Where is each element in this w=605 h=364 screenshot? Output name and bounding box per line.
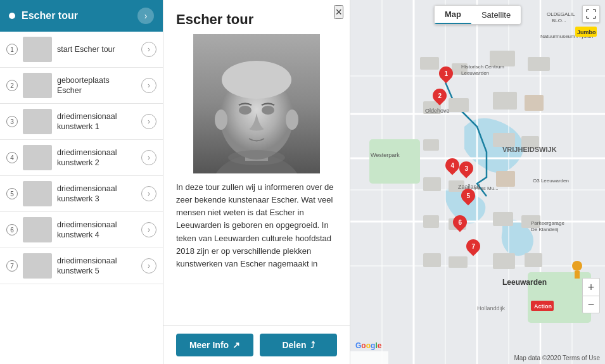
sidebar-item-arrow-4: ›: [141, 150, 156, 165]
svg-text:Westerpark: Westerpark: [371, 152, 400, 158]
svg-rect-46: [449, 256, 468, 268]
sidebar-item-arrow-3: ›: [141, 114, 156, 129]
modal-title: Escher tour: [163, 0, 350, 34]
svg-text:OLDEGALIL: OLDEGALIL: [547, 11, 575, 17]
svg-rect-41: [423, 215, 439, 228]
svg-text:Jumbo: Jumbo: [577, 29, 596, 35]
svg-text:Parkeergarage: Parkeergarage: [531, 220, 564, 226]
svg-point-6: [239, 106, 252, 115]
map-attribution: Map data ©2020 Terms of Use: [514, 355, 600, 361]
sidebar-item-label-6: driedimensionaal kunstwerk 4: [57, 220, 136, 241]
svg-rect-33: [493, 92, 517, 110]
sidebar-item-3[interactable]: 3 driedimensionaal kunstwerk 1 ›: [0, 104, 163, 140]
map-fullscreen-button[interactable]: [582, 5, 600, 23]
svg-text:De Klanderij: De Klanderij: [531, 227, 559, 232]
sidebar-item-6[interactable]: 6 driedimensionaal kunstwerk 4 ›: [0, 212, 163, 248]
svg-text:Leeuwarden: Leeuwarden: [502, 278, 547, 287]
sidebar-item-num-3: 3: [6, 116, 18, 127]
svg-text:Historisch Centrum: Historisch Centrum: [461, 64, 504, 70]
svg-text:VRIJHEIDSWIJK: VRIJHEIDSWIJK: [502, 146, 557, 153]
svg-rect-25: [369, 139, 420, 184]
svg-text:Oldehove: Oldehove: [425, 108, 450, 114]
sidebar-item-label-5: driedimensionaal kunstwerk 3: [57, 184, 136, 204]
svg-rect-48: [525, 253, 542, 267]
svg-rect-27: [420, 57, 439, 70]
delen-button[interactable]: Delen ⤴: [260, 334, 337, 356]
svg-rect-35: [423, 139, 439, 151]
svg-point-7: [262, 106, 274, 115]
modal-actions: Meer Info ↗ Delen ⤴: [163, 325, 350, 364]
sidebar-item-thumb-5: [23, 181, 52, 206]
sidebar-header-arrow-icon: ›: [137, 8, 154, 24]
sidebar-header-dot: [9, 13, 15, 19]
svg-point-10: [228, 150, 285, 165]
map-zoom-controls: + −: [582, 278, 600, 313]
svg-rect-42: [449, 218, 466, 230]
sidebar-item-num-2: 2: [6, 80, 18, 91]
svg-rect-30: [528, 57, 550, 71]
map-tab-satellite[interactable]: Satellite: [471, 6, 521, 24]
map-background: VRIJHEIDSWIJK Leeuwarden Oldehove Wester…: [350, 0, 605, 364]
svg-text:Hollanddijk: Hollanddijk: [477, 305, 506, 311]
modal-panel: × Escher tour: [163, 0, 350, 364]
map-tabs: Map Satellite: [434, 5, 521, 25]
map-zoom-in-button[interactable]: +: [582, 278, 600, 296]
svg-text:Leeuwarden: Leeuwarden: [461, 70, 489, 76]
delen-label: Delen: [282, 340, 306, 350]
svg-text:Action: Action: [534, 303, 552, 310]
svg-point-8: [215, 110, 227, 130]
sidebar-item-arrow-1: ›: [141, 42, 156, 57]
map-panel: Map Satellite + −: [350, 0, 605, 364]
sidebar-item-4[interactable]: 4 driedimensionaal kunstwerk 2 ›: [0, 140, 163, 176]
sidebar-item-label-2: geboorteplaats Escher: [57, 75, 136, 96]
sidebar-item-num-6: 6: [6, 224, 18, 235]
sidebar-item-label-4: driedimensionaal kunstwerk 2: [57, 147, 136, 168]
fullscreen-icon: [586, 9, 596, 19]
sidebar-item-label-7: driedimensionaal kunstwerk 5: [57, 256, 136, 277]
sidebar-item-thumb-4: [23, 145, 52, 170]
svg-rect-38: [423, 177, 441, 191]
sidebar-item-label-1: start Escher tour: [57, 44, 136, 54]
svg-rect-43: [493, 212, 513, 226]
sidebar-item-thumb-3: [23, 109, 52, 134]
sidebar-item-arrow-7: ›: [141, 258, 156, 273]
svg-text:Zaailand: Zaailand: [458, 184, 480, 190]
modal-close-button[interactable]: ×: [334, 5, 343, 19]
delen-icon: ⤴: [310, 340, 315, 350]
svg-text:BLO...: BLO...: [552, 18, 566, 23]
sidebar-item-thumb-6: [23, 217, 52, 242]
svg-text:O3 Leeuwarden: O3 Leeuwarden: [533, 178, 569, 184]
map-tab-map[interactable]: Map: [435, 6, 471, 24]
sidebar-item-label-3: driedimensionaal kunstwerk 1: [57, 111, 136, 132]
meer-info-button[interactable]: Meer Info ↗: [176, 334, 253, 356]
sidebar-item-arrow-2: ›: [141, 78, 156, 93]
sidebar-item-thumb-2: [23, 73, 52, 98]
sidebar-item-num-7: 7: [6, 260, 18, 272]
map-zoom-out-button[interactable]: −: [582, 296, 600, 313]
svg-rect-47: [493, 253, 515, 269]
meer-info-label: Meer Info: [189, 340, 229, 350]
svg-rect-40: [496, 171, 515, 187]
sidebar-item-arrow-6: ›: [141, 222, 156, 237]
sidebar-item-1[interactable]: 1 start Escher tour ›: [0, 32, 163, 68]
sidebar-header[interactable]: Escher tour ›: [0, 0, 163, 32]
svg-rect-65: [575, 271, 580, 279]
modal-body: In deze tour zullen wij u informeren ove…: [163, 181, 350, 325]
sidebar-item-thumb-1: [23, 37, 52, 62]
svg-rect-36: [493, 133, 515, 147]
svg-point-64: [572, 261, 582, 271]
sidebar-item-7[interactable]: 7 driedimensionaal kunstwerk 5 ›: [0, 248, 163, 284]
google-logo: Google: [355, 341, 381, 350]
svg-point-9: [286, 110, 298, 130]
sidebar-item-arrow-5: ›: [141, 186, 156, 201]
svg-rect-70: [350, 351, 388, 364]
sidebar-item-num-1: 1: [6, 44, 18, 55]
svg-point-5: [222, 61, 291, 99]
escher-portrait-svg: [193, 34, 320, 173]
meer-info-icon: ↗: [232, 340, 240, 350]
svg-rect-34: [525, 95, 544, 111]
sidebar-item-2[interactable]: 2 geboorteplaats Escher ›: [0, 68, 163, 104]
modal-description-text: In deze tour zullen wij u informeren ove…: [176, 181, 337, 270]
sidebar-item-5[interactable]: 5 driedimensionaal kunstwerk 3 ›: [0, 176, 163, 212]
sidebar-title: Escher tour: [22, 10, 131, 22]
